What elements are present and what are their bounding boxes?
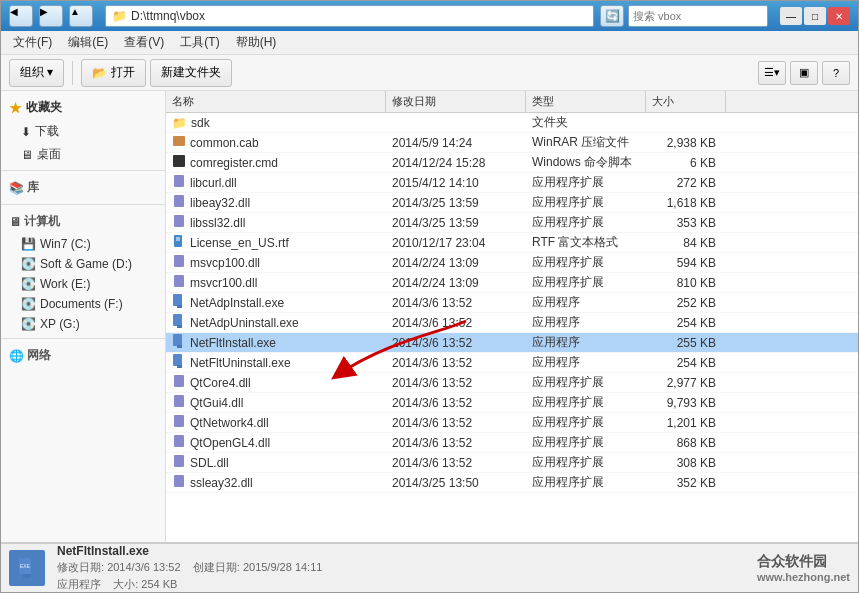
menu-tools[interactable]: 工具(T) [172, 32, 227, 53]
file-name-text: NetAdpInstall.exe [190, 296, 284, 310]
maximize-button[interactable]: □ [804, 7, 826, 25]
sidebar-item-win7[interactable]: 💾 Win7 (C:) [1, 234, 165, 254]
file-cell-name: QtNetwork4.dll [166, 414, 386, 431]
file-name-text: libcurl.dll [190, 176, 237, 190]
table-row[interactable]: ssleay32.dll2014/3/25 13:50应用程序扩展352 KB [166, 473, 858, 493]
preview-pane-button[interactable]: ▣ [790, 61, 818, 85]
refresh-button[interactable]: 🔄 [600, 5, 624, 27]
svg-rect-17 [177, 365, 182, 368]
sidebar-item-desktop[interactable]: 🖥 桌面 [1, 143, 165, 166]
file-cell-date: 2014/12/24 15:28 [386, 156, 526, 170]
table-row[interactable]: common.cab2014/5/9 14:24WinRAR 压缩文件2,938… [166, 133, 858, 153]
view-options-button[interactable]: ☰▾ [758, 61, 786, 85]
file-icon [172, 474, 186, 491]
favorites-header[interactable]: ★ 收藏夹 [1, 95, 165, 120]
col-header-type[interactable]: 类型 [526, 91, 646, 112]
table-row[interactable]: QtNetwork4.dll2014/3/6 13:52应用程序扩展1,201 … [166, 413, 858, 433]
file-cell-size: 353 KB [646, 216, 726, 230]
table-row[interactable]: QtGui4.dll2014/3/6 13:52应用程序扩展9,793 KB [166, 393, 858, 413]
file-icon [172, 274, 186, 291]
menu-view[interactable]: 查看(V) [116, 32, 172, 53]
file-name-text: NetFltInstall.exe [190, 336, 276, 350]
file-name-text: ssleay32.dll [190, 476, 253, 490]
search-input[interactable] [629, 6, 768, 26]
close-button[interactable]: ✕ [828, 7, 850, 25]
sidebar-item-xp-label: XP (G:) [40, 317, 80, 331]
svg-rect-14 [173, 334, 182, 346]
table-row[interactable]: libcurl.dll2015/4/12 14:10应用程序扩展272 KB [166, 173, 858, 193]
col-header-name[interactable]: 名称 [166, 91, 386, 112]
sidebar-item-download[interactable]: ⬇ 下载 [1, 120, 165, 143]
sidebar-item-xp[interactable]: 💽 XP (G:) [1, 314, 165, 334]
menubar: 文件(F) 编辑(E) 查看(V) 工具(T) 帮助(H) [1, 31, 858, 55]
file-cell-name: License_en_US.rtf [166, 234, 386, 251]
table-row[interactable]: SDL.dll2014/3/6 13:52应用程序扩展308 KB [166, 453, 858, 473]
filelist: 名称 修改日期 类型 大小 📁sdk文件夹common.cab2014/5/9 … [166, 91, 858, 542]
organize-button[interactable]: 组织 ▾ [9, 59, 64, 87]
file-name-text: common.cab [190, 136, 259, 150]
library-section: 📚 库 [1, 175, 165, 200]
table-row[interactable]: NetFltInstall.exe2014/3/6 13:52应用程序255 K… [166, 333, 858, 353]
file-cell-size: 272 KB [646, 176, 726, 190]
menu-help[interactable]: 帮助(H) [228, 32, 285, 53]
sidebar-item-softgame[interactable]: 💽 Soft & Game (D:) [1, 254, 165, 274]
file-cell-size: 84 KB [646, 236, 726, 250]
svg-rect-5 [174, 235, 182, 247]
file-name-text: NetAdpUninstall.exe [190, 316, 299, 330]
menu-edit[interactable]: 编辑(E) [60, 32, 116, 53]
file-cell-name: NetAdpUninstall.exe [166, 314, 386, 331]
sidebar-item-win7-label: Win7 (C:) [40, 237, 91, 251]
library-header[interactable]: 📚 库 [1, 175, 165, 200]
file-name-text: msvcr100.dll [190, 276, 257, 290]
file-icon [172, 314, 186, 331]
file-icon [172, 174, 186, 191]
file-icon [172, 254, 186, 271]
table-row[interactable]: License_en_US.rtf2010/12/17 23:04RTF 富文本… [166, 233, 858, 253]
search-box[interactable]: 🔍 [628, 5, 768, 27]
file-cell-type: RTF 富文本格式 [526, 234, 646, 251]
new-folder-button[interactable]: 新建文件夹 [150, 59, 232, 87]
file-name-text: SDL.dll [190, 456, 229, 470]
table-row[interactable]: comregister.cmd2014/12/24 15:28Windows 命… [166, 153, 858, 173]
file-cell-type: 应用程序 [526, 314, 646, 331]
sidebar-item-work[interactable]: 💽 Work (E:) [1, 274, 165, 294]
file-name-text: QtCore4.dll [190, 376, 251, 390]
network-header[interactable]: 🌐 网络 [1, 343, 165, 368]
table-row[interactable]: 📁sdk文件夹 [166, 113, 858, 133]
open-button[interactable]: 📂 打开 [81, 59, 146, 87]
xp-drive-icon: 💽 [21, 317, 36, 331]
back-button[interactable]: ◀ [9, 5, 33, 27]
help-button[interactable]: ? [822, 61, 850, 85]
table-row[interactable]: msvcr100.dll2014/2/24 13:09应用程序扩展810 KB [166, 273, 858, 293]
table-row[interactable]: libssl32.dll2014/3/25 13:59应用程序扩展353 KB [166, 213, 858, 233]
up-button[interactable]: ▲ [69, 5, 93, 27]
computer-header[interactable]: 🖥 计算机 [1, 209, 165, 234]
table-row[interactable]: QtOpenGL4.dll2014/3/6 13:52应用程序扩展868 KB [166, 433, 858, 453]
table-row[interactable]: NetFltUninstall.exe2014/3/6 13:52应用程序254… [166, 353, 858, 373]
file-cell-name: 📁sdk [166, 116, 386, 130]
file-cell-type: 文件夹 [526, 114, 646, 131]
file-cell-date: 2014/3/25 13:50 [386, 476, 526, 490]
table-row[interactable]: msvcp100.dll2014/2/24 13:09应用程序扩展594 KB [166, 253, 858, 273]
status-create-date: 2015/9/28 14:11 [243, 561, 323, 573]
minimize-button[interactable]: — [780, 7, 802, 25]
table-row[interactable]: NetAdpInstall.exe2014/3/6 13:52应用程序252 K… [166, 293, 858, 313]
address-bar[interactable]: 📁 D:\ttmnq\vbox [105, 5, 594, 27]
forward-button[interactable]: ▶ [39, 5, 63, 27]
table-row[interactable]: QtCore4.dll2014/3/6 13:52应用程序扩展2,977 KB [166, 373, 858, 393]
col-header-date[interactable]: 修改日期 [386, 91, 526, 112]
file-cell-date: 2014/3/6 13:52 [386, 376, 526, 390]
sidebar-item-desktop-label: 桌面 [37, 146, 61, 163]
table-row[interactable]: libeay32.dll2014/3/25 13:59应用程序扩展1,618 K… [166, 193, 858, 213]
sidebar-item-work-label: Work (E:) [40, 277, 90, 291]
file-cell-size: 9,793 KB [646, 396, 726, 410]
status-size-label: 大小: [113, 578, 138, 590]
col-header-size[interactable]: 大小 [646, 91, 726, 112]
menu-file[interactable]: 文件(F) [5, 32, 60, 53]
svg-rect-11 [177, 305, 182, 308]
file-cell-size: 594 KB [646, 256, 726, 270]
file-cell-date: 2014/3/6 13:52 [386, 416, 526, 430]
status-filename: NetFltInstall.exe [57, 544, 322, 558]
sidebar-item-documents[interactable]: 💽 Documents (F:) [1, 294, 165, 314]
table-row[interactable]: NetAdpUninstall.exe2014/3/6 13:52应用程序254… [166, 313, 858, 333]
